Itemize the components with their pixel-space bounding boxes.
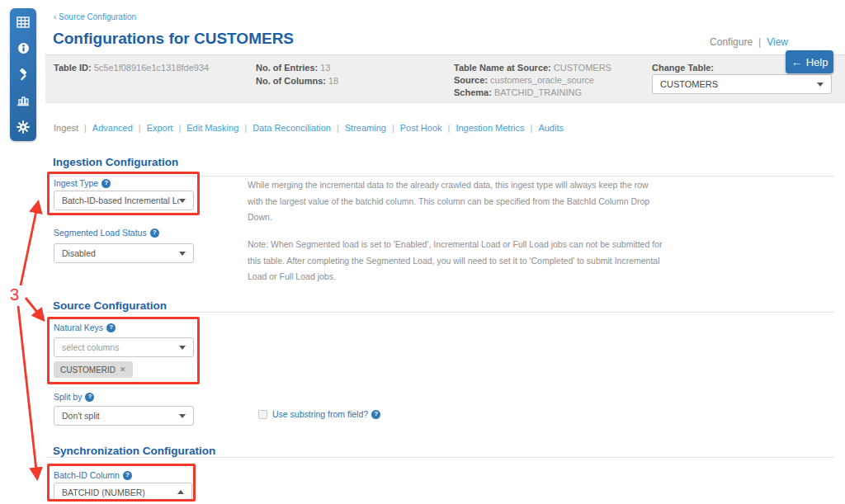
help-tooltip-icon[interactable]: ? [150, 228, 159, 238]
page-title: Configurations for CUSTOMERS [53, 30, 294, 48]
help-tooltip-icon[interactable]: ? [106, 323, 116, 332]
info-icon[interactable] [16, 42, 31, 55]
ingestion-configuration-heading: Ingestion Configuration [53, 156, 178, 168]
table-name-at-source: Table Name at Source: CUSTOMERS [454, 63, 611, 73]
source-value: customers_oracle_source [490, 75, 594, 85]
section-divider [45, 176, 833, 177]
segmented-load-status-label: Segmented Load Status ? [54, 228, 159, 238]
segmented-load-note: Note: When Segmented load is set to 'Ena… [248, 237, 664, 285]
chip-remove-icon[interactable]: ✕ [120, 365, 126, 374]
caret-down-icon [179, 346, 186, 350]
table-id-value: 5c5e1f08916e1c1318fde934 [94, 63, 209, 73]
annotation-number: 3 [10, 285, 19, 304]
split-by-dropdown[interactable]: Don't split [54, 406, 194, 426]
segmented-load-status-value: Disabled [62, 248, 179, 258]
sidebar [10, 8, 36, 141]
view-link[interactable]: View [767, 36, 788, 48]
table-name-value: CUSTOMERS [554, 63, 611, 73]
tab-streaming[interactable]: Streaming [345, 123, 386, 133]
table-id: Table ID: 5c5e1f08916e1c1318fde934 [54, 63, 209, 73]
ingest-type-value: Batch-ID-based Incremental Load [62, 195, 179, 205]
segmented-load-status-dropdown[interactable]: Disabled [54, 243, 194, 263]
ingest-type-dropdown[interactable]: Batch-ID-based Incremental Load [54, 191, 194, 210]
change-table-label: Change Table: [652, 63, 714, 73]
source-label: Source: [454, 75, 488, 85]
gear-icon[interactable] [16, 120, 31, 134]
tab-audits[interactable]: Audits [538, 123, 564, 133]
ingest-type-description: While merging the incremental data to th… [248, 177, 664, 226]
bar-chart-icon[interactable] [16, 94, 31, 107]
table-id-label: Table ID: [54, 63, 92, 73]
separator: | [758, 36, 761, 48]
table-name-label: Table Name at Source: [454, 63, 551, 73]
caret-down-icon [817, 82, 824, 87]
entries-label: No. of Entries: [256, 63, 318, 73]
table-summary-bar: Table ID: 5c5e1f08916e1c1318fde934 No. o… [45, 54, 845, 103]
breadcrumb-source-configuration[interactable]: ‹ Source Configuration [54, 12, 136, 21]
schema-label: Schema: [454, 87, 492, 97]
configure-link[interactable]: Configure [710, 36, 753, 48]
caret-up-icon [177, 490, 184, 494]
schema-value: BATCHID_TRAINING [494, 87, 582, 97]
table-grid-icon[interactable] [16, 16, 31, 29]
schema-name: Schema: BATCHID_TRAINING [454, 87, 582, 97]
use-substring-label: Use substring from field? ? [272, 409, 380, 419]
help-tooltip-icon[interactable]: ? [123, 471, 132, 480]
tab-export[interactable]: Export [147, 123, 173, 133]
chip-label: CUSTOMERID [60, 365, 116, 374]
batch-id-column-value: BATCHID (NUMBER) [62, 488, 177, 497]
use-substring-row: Use substring from field? ? [258, 409, 380, 419]
caret-down-icon [179, 252, 186, 256]
ingest-type-label: Ingest Type ? [54, 178, 111, 188]
natural-keys-dropdown[interactable]: select columns [54, 337, 194, 357]
config-tabs: Ingest|Advanced|Export|Edit Masking|Data… [54, 123, 564, 133]
natural-keys-placeholder: select columns [62, 342, 179, 352]
configure-view-switch: Configure|View [710, 36, 788, 48]
help-tooltip-icon[interactable]: ? [101, 179, 111, 188]
change-table-value: CUSTOMERS [660, 79, 817, 89]
help-button[interactable]: ← Help [786, 50, 833, 73]
help-tooltip-icon[interactable]: ? [85, 393, 94, 402]
source-configuration-heading: Source Configuration [53, 299, 167, 312]
columns-label: No. of Columns: [256, 76, 326, 86]
natural-key-chip-customerid: CUSTOMERID ✕ [54, 361, 133, 378]
use-substring-checkbox[interactable] [258, 410, 267, 419]
tab-ingest[interactable]: Ingest [54, 123, 78, 133]
arrow-left-icon: ← [791, 56, 802, 68]
split-by-value: Don't split [62, 411, 179, 421]
help-button-label: Help [806, 56, 828, 68]
entries-count: No. of Entries: 13 [256, 63, 330, 73]
columns-value: 18 [328, 76, 338, 86]
batch-id-column-dropdown[interactable]: BATCHID (NUMBER) [54, 483, 192, 502]
tab-data-reconciliation[interactable]: Data Reconciliation [253, 123, 331, 133]
section-divider [45, 312, 833, 313]
caret-down-icon [179, 414, 186, 418]
columns-count: No. of Columns: 18 [256, 76, 338, 86]
tab-ingestion-metrics[interactable]: Ingestion Metrics [456, 123, 524, 133]
gavel-icon[interactable] [16, 68, 31, 82]
caret-down-icon [179, 199, 186, 203]
tab-post-hook[interactable]: Post Hook [400, 123, 442, 133]
source-name: Source: customers_oracle_source [454, 75, 594, 85]
synchronization-configuration-heading: Synchronization Configuration [53, 445, 215, 457]
tab-edit-masking[interactable]: Edit Masking [186, 123, 238, 133]
table-configuration-page: ‹ Source Configuration Configurations fo… [0, 0, 845, 504]
change-table-dropdown[interactable]: CUSTOMERS [652, 74, 832, 94]
batch-id-column-label: Batch-ID Column ? [54, 470, 132, 480]
help-tooltip-icon[interactable]: ? [371, 410, 380, 419]
natural-keys-label: Natural Keys ? [54, 323, 116, 332]
tab-advanced[interactable]: Advanced [92, 123, 133, 133]
split-by-label: Split by ? [54, 392, 94, 402]
section-divider [45, 457, 833, 458]
entries-value: 13 [320, 63, 330, 73]
